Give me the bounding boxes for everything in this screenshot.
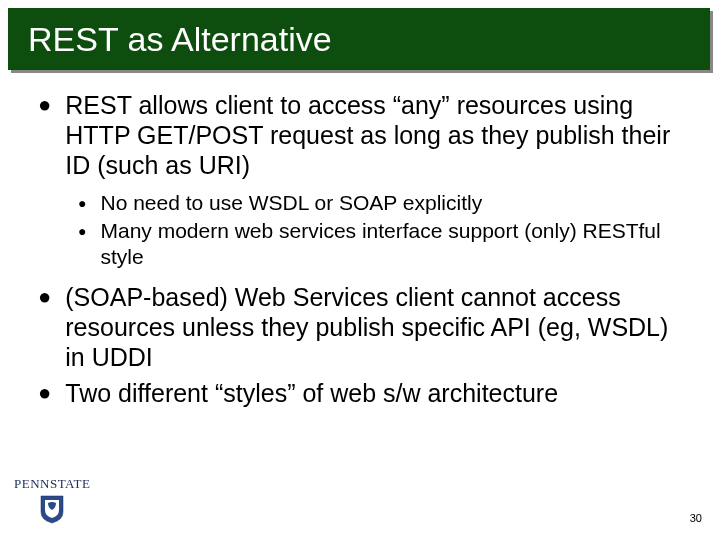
content-area: ● REST allows client to access “any” res… — [0, 70, 720, 408]
bullet-text: Many modern web services interface suppo… — [100, 218, 694, 270]
sub-bullet-group: ● No need to use WSDL or SOAP explicitly… — [38, 190, 694, 270]
bullet-dot-icon: ● — [38, 282, 51, 312]
title-bar: REST as Alternative — [8, 8, 710, 70]
bullet-dot-icon: ● — [78, 190, 86, 216]
bullet-dot-icon: ● — [38, 378, 51, 408]
pennstate-logo: PENNSTATE — [14, 476, 90, 524]
bullet-text: No need to use WSDL or SOAP explicitly — [100, 190, 482, 216]
bullet-l2: ● No need to use WSDL or SOAP explicitly — [78, 190, 694, 216]
bullet-l1: ● Two different “styles” of web s/w arch… — [38, 378, 694, 408]
bullet-text: REST allows client to access “any” resou… — [65, 90, 694, 180]
logo-text: PENNSTATE — [14, 476, 90, 492]
bullet-text: (SOAP-based) Web Services client cannot … — [65, 282, 694, 372]
bullet-l1: ● REST allows client to access “any” res… — [38, 90, 694, 180]
bullet-text: Two different “styles” of web s/w archit… — [65, 378, 558, 408]
slide-title: REST as Alternative — [28, 20, 332, 59]
bullet-dot-icon: ● — [38, 90, 51, 120]
bullet-l2: ● Many modern web services interface sup… — [78, 218, 694, 270]
bullet-dot-icon: ● — [78, 218, 86, 244]
bullet-l1: ● (SOAP-based) Web Services client canno… — [38, 282, 694, 372]
shield-icon — [39, 494, 65, 524]
page-number: 30 — [690, 512, 702, 524]
